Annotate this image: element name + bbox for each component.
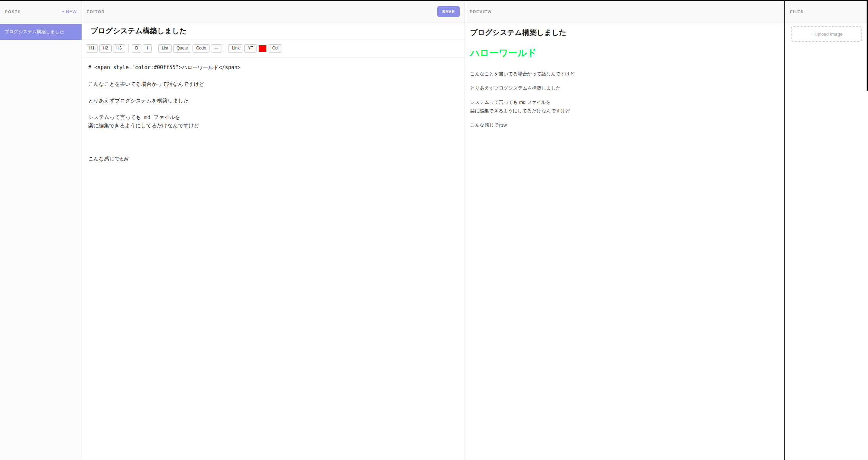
- preview-paragraph: システムって言っても md ファイルを 楽に編集できるようにしてるだけなんですけ…: [470, 98, 777, 115]
- posts-sidebar: POSTS + NEW ブログシステム構築しました: [0, 1, 82, 460]
- app-root: POSTS + NEW ブログシステム構築しました EDITOR SAVE H1…: [0, 1, 868, 460]
- toolbar-quote-button[interactable]: Quote: [173, 44, 192, 52]
- post-list: ブログシステム構築しました: [0, 22, 82, 40]
- toolbar-hr-button[interactable]: ---: [211, 44, 222, 52]
- color-picker[interactable]: [259, 45, 267, 52]
- toolbar-italic-button[interactable]: I: [143, 44, 152, 52]
- files-header: FILES: [785, 1, 868, 22]
- posts-header: POSTS + NEW: [0, 1, 82, 22]
- post-item-title: ブログシステム構築しました: [4, 29, 64, 35]
- editor-header: EDITOR SAVE: [82, 1, 465, 22]
- post-title-input[interactable]: [82, 27, 465, 35]
- toolbar-h3-button[interactable]: H3: [113, 44, 125, 52]
- post-title-row: [82, 22, 465, 39]
- preview-header-label: PREVIEW: [470, 10, 492, 14]
- new-post-button[interactable]: + NEW: [62, 9, 77, 14]
- preview-post-title: ブログシステム構築しました: [470, 28, 777, 37]
- markdown-editor-textarea[interactable]: # <span style="color:#00ff55">ハローワールド</s…: [82, 58, 465, 460]
- files-panel: FILES + Upload Image: [785, 1, 868, 460]
- toolbar-code-button[interactable]: Code: [193, 44, 209, 52]
- preview-panel: PREVIEW ブログシステム構築しました ハローワールド こんなことを書いてる…: [465, 1, 785, 460]
- toolbar-link-button[interactable]: Link: [228, 44, 243, 52]
- posts-header-label: POSTS: [5, 10, 21, 14]
- toolbar-h2-button[interactable]: H2: [99, 44, 111, 52]
- toolbar-separator: [155, 44, 155, 53]
- preview-paragraph: こんなことを書いてる場合かって話なんですけど: [470, 70, 777, 78]
- preview-heading: ハローワールド: [470, 47, 777, 59]
- editor-header-label: EDITOR: [87, 10, 105, 14]
- toolbar-h1-button[interactable]: H1: [86, 44, 98, 52]
- files-header-label: FILES: [790, 10, 804, 14]
- preview-paragraph: こんな感じでねw: [470, 121, 777, 129]
- page-scrollbar-thumb[interactable]: [867, 0, 868, 91]
- preview-paragraph: とりあえずブログシステムを構築しました: [470, 84, 777, 92]
- preview-header: PREVIEW: [465, 1, 784, 22]
- upload-image-button[interactable]: + Upload Image: [791, 26, 862, 42]
- toolbar-list-button[interactable]: List: [158, 44, 172, 52]
- editor-toolbar: H1 H2 H3 B I List Quote Code --- Link YT…: [82, 39, 465, 58]
- toolbar-separator: [128, 44, 129, 53]
- toolbar-color-apply-button[interactable]: Col: [269, 44, 282, 52]
- toolbar-youtube-button[interactable]: YT: [244, 44, 256, 52]
- toolbar-bold-button[interactable]: B: [132, 44, 141, 52]
- editor-panel: EDITOR SAVE H1 H2 H3 B I List Quote Code…: [82, 1, 465, 460]
- preview-content: ブログシステム構築しました ハローワールド こんなことを書いてる場合かって話なん…: [465, 22, 784, 135]
- toolbar-separator: [225, 44, 225, 53]
- post-list-item[interactable]: ブログシステム構築しました: [0, 24, 82, 40]
- save-button[interactable]: SAVE: [437, 6, 460, 17]
